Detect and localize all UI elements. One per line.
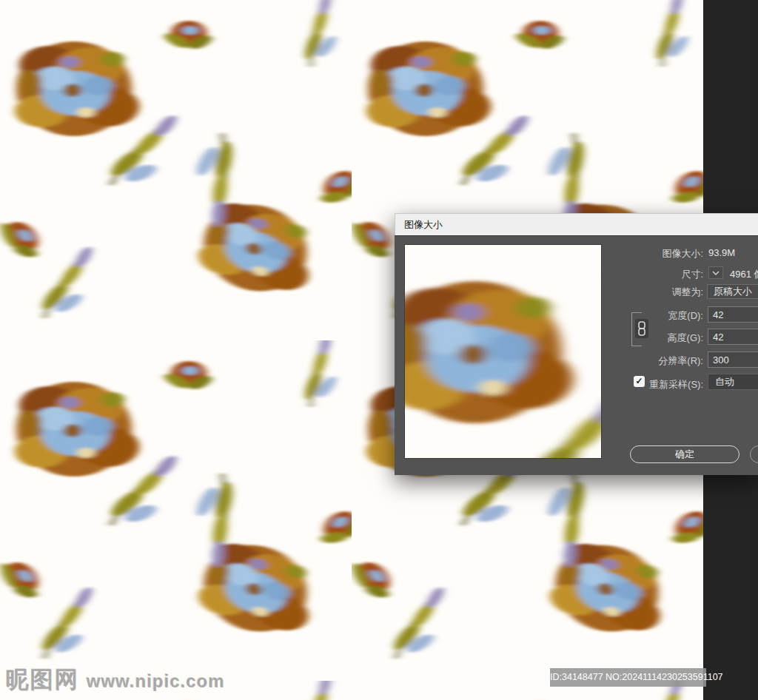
image-preview[interactable] [404,244,602,459]
width-label: 宽度(D): [668,309,703,323]
dimensions-value: 4961 像 [730,268,758,281]
resolution-label: 分辨率(R): [658,354,703,368]
image-id-bar: ID:34148477 NO:20241114230253591107 [550,668,706,687]
image-size-label: 图像大小: [662,247,703,260]
ok-button-label: 确定 [675,448,694,460]
image-id-text: ID:34148477 NO:20241114230253591107 [550,672,723,682]
resample-label: 重新采样(S): [649,378,703,391]
site-watermark: 昵图网 www.nipic.com [6,664,225,696]
dialog-body: 图像大小: 93.9M 尺寸: 4961 像 调整为: 原稿大小 [395,235,758,475]
fit-to-label: 调整为: [671,286,703,299]
preview-pattern-svg [405,245,602,459]
height-label: 高度(G): [668,332,703,345]
resample-checkbox[interactable]: ✓ [634,376,645,387]
photoshop-screen: 图像大小 图像大小: 93.9M 尺寸: 4961 像 [0,0,758,700]
dimensions-label: 尺寸: [681,268,703,281]
image-size-value: 93.9M [708,247,735,258]
site-watermark-name: 昵图网 [6,664,79,696]
dialog-title: 图像大小 [404,219,443,230]
dimensions-dropdown[interactable] [708,266,723,279]
fit-to-value: 原稿大小 [714,286,752,297]
height-input[interactable] [708,329,758,345]
width-input[interactable] [708,306,758,323]
fit-to-select[interactable]: 原稿大小 [707,284,758,299]
resample-value: 自动 [715,376,734,387]
cancel-button-clipped[interactable] [750,445,758,463]
dialog-titlebar[interactable]: 图像大小 [395,213,758,235]
image-size-dialog: 图像大小 图像大小: 93.9M 尺寸: 4961 像 [395,213,758,475]
resample-select[interactable]: 自动 [708,374,758,390]
constrain-proportions-toggle[interactable] [635,319,648,338]
check-icon: ✓ [635,376,643,386]
chevron-down-icon [712,271,720,275]
site-watermark-url: www.nipic.com [87,671,225,692]
ok-button[interactable]: 确定 [630,445,739,463]
link-icon [637,321,646,336]
resolution-input[interactable] [708,351,758,368]
